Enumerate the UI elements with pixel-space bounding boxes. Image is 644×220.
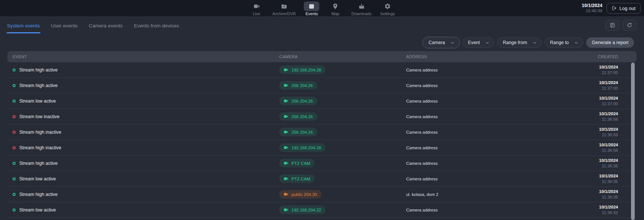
created-date: 10/1/2024 bbox=[567, 111, 618, 116]
created-cell: 10/1/202411:36:56 bbox=[567, 111, 631, 122]
event-name: Stream high active bbox=[19, 161, 58, 166]
status-ring-icon bbox=[13, 69, 16, 71]
table-body: Stream high active192.168.204.28Camera a… bbox=[7, 62, 637, 218]
tabs-row: System eventsUser eventsCamera eventsEve… bbox=[0, 16, 644, 34]
filter-dropdown-range-from[interactable]: Range from bbox=[497, 37, 541, 48]
camera-name: 192.168.204.28 bbox=[291, 146, 321, 150]
nav-item-map[interactable]: Map bbox=[328, 1, 343, 16]
camera-badge[interactable]: 256 204.26 bbox=[279, 81, 317, 90]
topbar-right: 10/1/2024 15:46:39 Log out bbox=[582, 0, 641, 16]
created-date: 10/1/2024 bbox=[567, 127, 618, 132]
logout-button[interactable]: Log out bbox=[607, 3, 641, 14]
camera-icon bbox=[284, 130, 288, 134]
camera-icon bbox=[284, 145, 288, 150]
created-time: 11:36:56 bbox=[567, 117, 618, 122]
event-cell: Stream high active bbox=[13, 192, 279, 197]
event-name: Stream high active bbox=[19, 83, 58, 88]
tab-camera-events[interactable]: Camera events bbox=[89, 17, 123, 33]
event-name: Stream low inactive bbox=[19, 114, 59, 119]
table-row[interactable]: Stream high activepublic 204.30ul. kolas… bbox=[7, 187, 637, 202]
camera-badge[interactable]: 256 204.26 bbox=[279, 97, 317, 105]
logout-label: Log out bbox=[620, 6, 635, 11]
camera-cell: 256 204.26 bbox=[279, 81, 406, 90]
tab-events-from-devices[interactable]: Events from devices bbox=[133, 17, 179, 33]
camera-badge[interactable]: 192.168.204.28 bbox=[279, 66, 326, 74]
status-ring-icon bbox=[13, 146, 16, 149]
table-row[interactable]: Stream high active192.168.204.28Camera a… bbox=[7, 62, 637, 78]
downloads-icon bbox=[354, 1, 369, 11]
camera-badge[interactable]: 192.168.204.22 bbox=[279, 206, 326, 214]
event-name: Stream low active bbox=[19, 207, 56, 213]
created-date: 10/1/2024 bbox=[567, 142, 618, 147]
filter-dropdown-camera[interactable]: Camera bbox=[423, 37, 459, 48]
address-cell: Camera address bbox=[406, 68, 567, 72]
table-row[interactable]: Stream high activePTZ CAMCamera address1… bbox=[7, 156, 637, 171]
tabs: System eventsUser eventsCamera eventsEve… bbox=[7, 17, 179, 33]
camera-cell: 256 204.26 bbox=[279, 112, 406, 121]
camera-cell: 256 204.26 bbox=[279, 128, 406, 136]
table-row[interactable]: Stream low active192.168.204.22Camera ad… bbox=[7, 202, 637, 218]
created-date: 10/1/2024 bbox=[567, 96, 618, 101]
created-cell: 10/1/202411:37:00 bbox=[567, 80, 631, 91]
created-time: 11:36:35 bbox=[567, 194, 618, 200]
status-ring-icon bbox=[13, 209, 16, 211]
filters-row: CameraEventRange fromRange to Generate a… bbox=[0, 34, 644, 51]
nav-label: Archive/DVR bbox=[273, 11, 296, 16]
nav-item-archive[interactable]: Archive/DVR bbox=[273, 1, 296, 16]
current-date: 10/1/2024 bbox=[582, 3, 602, 9]
camera-badge[interactable]: 256 204.26 bbox=[279, 128, 317, 136]
event-cell: Stream low active bbox=[13, 207, 279, 213]
created-time: 11:36:56 bbox=[567, 148, 618, 153]
created-time: 11:37:00 bbox=[567, 86, 618, 91]
main-nav: LiveArchive/DVREventsMapDownloadsSetting… bbox=[249, 1, 395, 16]
created-date: 10/1/2024 bbox=[567, 173, 618, 179]
camera-badge[interactable]: PTZ CAM bbox=[279, 174, 314, 183]
created-time: 11:36:35 bbox=[567, 163, 618, 169]
table-scrollbar-thumb[interactable] bbox=[631, 63, 635, 220]
table-row[interactable]: Stream low activePTZ CAMCamera address10… bbox=[7, 171, 637, 187]
event-cell: Stream high active bbox=[13, 161, 279, 166]
table-row[interactable]: Stream low active256 204.26Camera addres… bbox=[7, 93, 637, 109]
created-cell: 10/1/202411:36:32 bbox=[567, 204, 631, 215]
created-cell: 10/1/202411:36:35 bbox=[567, 173, 631, 184]
nav-item-downloads[interactable]: Downloads bbox=[351, 1, 371, 16]
nav-item-settings[interactable]: Settings bbox=[380, 1, 395, 16]
table-row[interactable]: Stream low inactive256 204.26Camera addr… bbox=[7, 109, 637, 124]
nav-item-live[interactable]: Live bbox=[249, 1, 264, 16]
chevron-down-icon bbox=[532, 40, 537, 45]
column-header-created: CREATED bbox=[567, 54, 631, 59]
camera-cell: public 204.30 bbox=[279, 190, 406, 199]
filter-label: Range to bbox=[550, 40, 569, 45]
nav-item-events[interactable]: Events bbox=[304, 1, 320, 16]
camera-badge[interactable]: 256 204.26 bbox=[279, 112, 317, 121]
column-header-camera: CAMERA bbox=[279, 54, 406, 59]
status-ring-icon bbox=[13, 193, 16, 196]
table-view-button[interactable] bbox=[605, 20, 620, 31]
event-name: Stream high active bbox=[19, 67, 58, 73]
event-name: Stream low active bbox=[19, 99, 56, 104]
tab-user-events[interactable]: User events bbox=[51, 17, 78, 33]
filter-dropdown-event[interactable]: Event bbox=[462, 37, 494, 48]
camera-badge[interactable]: public 204.30 bbox=[279, 190, 321, 199]
event-cell: Stream low active bbox=[13, 176, 279, 181]
created-time: 11:36:32 bbox=[567, 210, 618, 215]
camera-icon bbox=[284, 176, 288, 181]
chevron-down-icon bbox=[574, 40, 579, 45]
table-row[interactable]: Stream high inactive256 204.26Camera add… bbox=[7, 124, 637, 140]
event-cell: Stream high active bbox=[13, 67, 279, 73]
refresh-button[interactable] bbox=[622, 20, 637, 31]
table-row[interactable]: Stream high active256 204.26Camera addre… bbox=[7, 78, 637, 93]
tab-system-events[interactable]: System events bbox=[7, 17, 40, 33]
refresh-icon bbox=[627, 22, 633, 28]
created-cell: 10/1/202411:36:56 bbox=[567, 142, 631, 153]
created-date: 10/1/2024 bbox=[567, 64, 618, 70]
camera-badge[interactable]: 192.168.204.28 bbox=[279, 143, 326, 152]
table-row[interactable]: Stream high inactive192.168.204.28Camera… bbox=[7, 140, 637, 156]
column-header-address: ADDRESS bbox=[406, 54, 567, 59]
camera-badge[interactable]: PTZ CAM bbox=[279, 159, 314, 167]
camera-icon bbox=[284, 67, 288, 72]
filter-dropdown-range-to[interactable]: Range to bbox=[545, 37, 584, 48]
generate-report-button[interactable]: Generate a report bbox=[586, 37, 634, 48]
table-header: EVENTCAMERAADDRESSCREATED bbox=[7, 51, 637, 62]
camera-cell: 192.168.204.28 bbox=[279, 66, 406, 74]
